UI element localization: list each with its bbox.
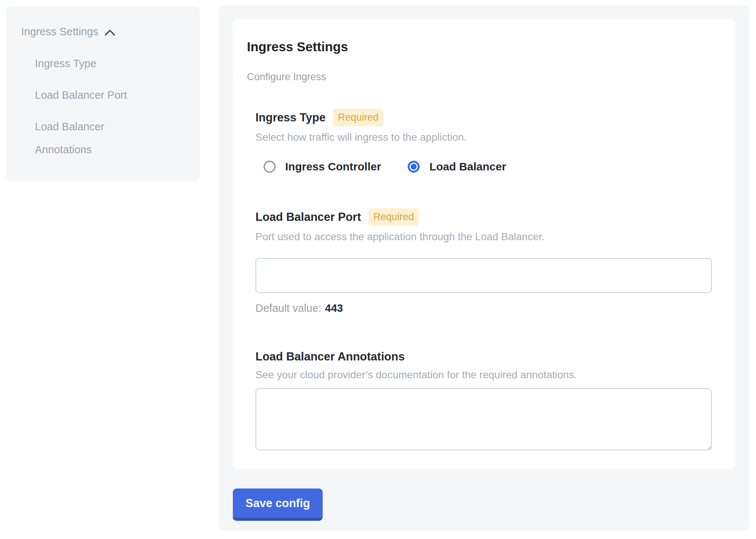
sidebar-item-load-balancer-annotations[interactable]: Load Balancer Annotations (35, 115, 133, 161)
save-config-button[interactable]: Save config (233, 489, 323, 521)
ingress-settings-card: Ingress Settings Configure Ingress Ingre… (233, 19, 735, 469)
default-value-label: Default value: (255, 302, 321, 314)
page-title: Ingress Settings (247, 39, 712, 55)
sidebar-item-load-balancer-port[interactable]: Load Balancer Port (35, 84, 133, 107)
page-subtitle: Configure Ingress (247, 71, 712, 83)
sidebar-section-label: Ingress Settings (21, 26, 98, 38)
radio-option-ingress-controller[interactable]: Ingress Controller (264, 160, 381, 173)
radio-label: Ingress Controller (285, 160, 381, 173)
default-value: 443 (325, 302, 343, 314)
sidebar-section-ingress-settings[interactable]: Ingress Settings (21, 26, 185, 38)
radio-label: Load Balancer (429, 160, 506, 173)
load-balancer-annotations-description: See your cloud provider’s documentation … (255, 369, 712, 381)
load-balancer-port-label: Load Balancer Port (255, 210, 361, 224)
section-ingress-type: Ingress Type Required Select how traffic… (255, 109, 712, 173)
load-balancer-annotations-textarea[interactable] (255, 388, 712, 450)
ingress-type-description: Select how traffic will ingress to the a… (255, 131, 712, 144)
radio-option-load-balancer[interactable]: Load Balancer (408, 160, 506, 173)
load-balancer-annotations-label: Load Balancer Annotations (255, 350, 405, 363)
chevron-up-icon (104, 27, 115, 36)
section-load-balancer-port: Load Balancer Port Required Port used to… (255, 208, 712, 314)
sidebar-item-list: Ingress Type Load Balancer Port Load Bal… (21, 52, 133, 161)
section-load-balancer-annotations: Load Balancer Annotations See your cloud… (255, 350, 712, 450)
default-value-row: Default value:443 (255, 302, 712, 315)
load-balancer-port-description: Port used to access the application thro… (255, 231, 712, 243)
sidebar-item-ingress-type[interactable]: Ingress Type (35, 52, 133, 75)
radio-checked-icon[interactable] (408, 161, 420, 173)
ingress-type-label: Ingress Type (255, 111, 326, 124)
ingress-type-radio-group: Ingress Controller Load Balancer (255, 160, 712, 173)
ingress-settings-panel: Ingress Settings Configure Ingress Ingre… (219, 5, 749, 531)
required-badge: Required (333, 109, 384, 126)
load-balancer-port-input[interactable] (255, 258, 712, 293)
radio-unchecked-icon[interactable] (264, 161, 276, 173)
required-badge: Required (368, 208, 419, 226)
settings-sidebar: Ingress Settings Ingress Type Load Balan… (6, 6, 200, 181)
